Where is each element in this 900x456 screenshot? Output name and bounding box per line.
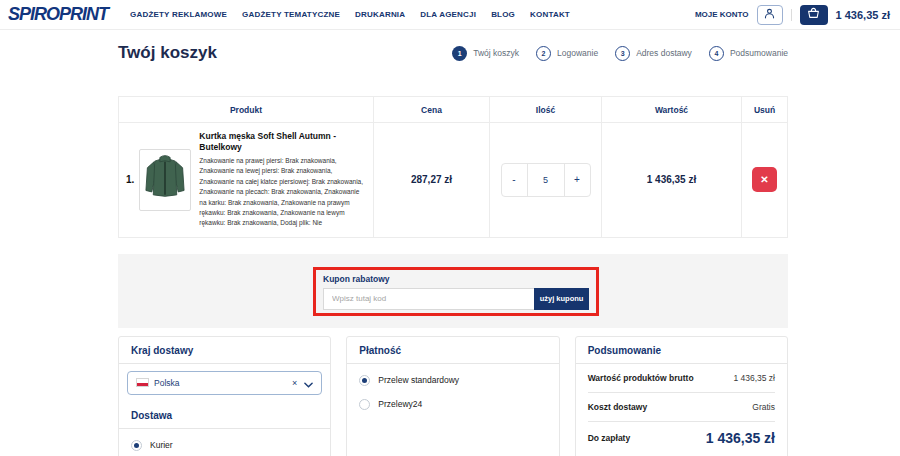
- qty-value[interactable]: 5: [527, 164, 565, 196]
- title-row: Twój koszyk 1 Twój koszyk 2 Logowanie 3 …: [118, 40, 788, 66]
- step-cart[interactable]: 1 Twój koszyk: [452, 46, 519, 61]
- remove-item-button[interactable]: ✕: [752, 167, 777, 192]
- step-summary: 4 Podsumowanie: [709, 46, 788, 61]
- summary-row-shipping: Koszt dostawy Gratis: [588, 393, 775, 422]
- nav-gadzety-reklamowe[interactable]: GADŻETY REKLAMOWE: [130, 10, 227, 19]
- main-nav: GADŻETY REKLAMOWE GADŻETY TEMATYCZNE DRU…: [130, 10, 570, 19]
- step-4-circle: 4: [709, 46, 724, 61]
- bottom-cards: Kraj dostawy Polska × Dostawa Kurier Odb…: [118, 336, 788, 456]
- nav-dla-agencji[interactable]: DLA AGENCJI: [420, 10, 476, 19]
- nav-blog[interactable]: BLOG: [491, 10, 515, 19]
- step-1-label: Twój koszyk: [473, 48, 519, 58]
- qty-minus-button[interactable]: -: [502, 164, 527, 196]
- coupon-title: Kupon rabatowy: [323, 274, 589, 284]
- step-2-circle: 2: [536, 46, 551, 61]
- nav-kontakt[interactable]: KONTAKT: [530, 10, 570, 19]
- product-details: Znakowanie na prawej piersi: Brak znakow…: [199, 156, 365, 229]
- cart-icon: [807, 7, 820, 22]
- payment-option-przelewy24[interactable]: Przelewy24: [359, 399, 546, 410]
- header-divider: [791, 9, 792, 21]
- coupon-highlight-box: Kupon rabatowy użyj kuponu: [313, 267, 599, 316]
- top-bar: SPIROPRINT GADŻETY REKLAMOWE GADŻETY TEM…: [0, 0, 900, 30]
- summary-title: Podsumowanie: [576, 337, 787, 364]
- cart-table: Produkt Cena Ilość Wartość Usuń 1.: [118, 96, 788, 238]
- cart-row: 1.: [119, 123, 787, 237]
- qty-plus-button[interactable]: +: [565, 164, 590, 196]
- shipping-card: Kraj dostawy Polska × Dostawa Kurier Odb…: [118, 336, 331, 456]
- delivery-options: Kurier Odbiór osobisty Paczkomaty: [119, 429, 330, 456]
- header-usun: Usuń: [741, 97, 787, 122]
- radio-icon[interactable]: [359, 399, 370, 410]
- line-total: 1 436,35 zł: [647, 174, 696, 185]
- header-produkt: Produkt: [119, 97, 373, 122]
- account-button[interactable]: [757, 5, 783, 25]
- country-select[interactable]: Polska ×: [127, 371, 322, 395]
- radio-selected-icon[interactable]: [131, 440, 142, 451]
- header-cena: Cena: [373, 97, 489, 122]
- product-name[interactable]: Kurtka męska Soft Shell Autumn - Butelko…: [199, 131, 365, 153]
- apply-coupon-button[interactable]: użyj kuponu: [534, 288, 589, 310]
- header-ilosc: Ilość: [489, 97, 601, 122]
- total-value: 1 436,35 zł: [706, 430, 775, 446]
- step-login: 2 Logowanie: [536, 46, 598, 61]
- step-3-circle: 3: [615, 46, 630, 61]
- chevron-down-icon[interactable]: [304, 374, 313, 392]
- unit-price: 287,27 zł: [411, 174, 452, 185]
- quantity-stepper: - 5 +: [501, 163, 591, 197]
- product-image[interactable]: [139, 149, 191, 211]
- coupon-band: Kupon rabatowy użyj kuponu: [118, 254, 788, 328]
- radio-selected-icon[interactable]: [359, 375, 370, 386]
- clear-country-icon[interactable]: ×: [292, 378, 297, 388]
- header-cart-total: 1 436,35 zł: [836, 9, 890, 21]
- logo[interactable]: SPIROPRINT: [8, 4, 108, 25]
- summary-card: Podsumowanie Wartość produktów brutto 1 …: [575, 336, 788, 456]
- payment-option-przelew-standardowy[interactable]: Przelew standardowy: [359, 375, 546, 386]
- step-2-label: Logowanie: [557, 48, 598, 58]
- coupon-form: użyj kuponu: [323, 288, 589, 310]
- summary-total-row: Do zapłaty 1 436,35 zł: [588, 422, 775, 454]
- shipping-cost-value: Gratis: [752, 402, 775, 412]
- nav-drukarnia[interactable]: DRUKARNIA: [355, 10, 405, 19]
- country-title: Kraj dostawy: [119, 337, 330, 364]
- step-1-circle: 1: [452, 46, 467, 61]
- payment-options: Przelew standardowy Przelewy24: [347, 364, 558, 421]
- step-address: 3 Adres dostawy: [615, 46, 692, 61]
- total-label: Do zapłaty: [588, 433, 631, 443]
- summary-row-gross: Wartość produktów brutto 1 436,35 zł: [588, 364, 775, 393]
- price-cell: 287,27 zł: [373, 123, 489, 237]
- delivery-title: Dostawa: [119, 402, 330, 429]
- header-right: MOJE KONTO 1 436,35 zł: [695, 5, 890, 25]
- step-4-label: Podsumowanie: [730, 48, 788, 58]
- payment-card: Płatność Przelew standardowy Przelewy24: [346, 336, 559, 456]
- delivery-option-kurier[interactable]: Kurier: [131, 440, 318, 451]
- nav-gadzety-tematyczne[interactable]: GADŻETY TEMATYCZNE: [242, 10, 340, 19]
- cart-button[interactable]: [800, 5, 828, 25]
- remove-cell: ✕: [741, 123, 787, 237]
- checkout-steps: 1 Twój koszyk 2 Logowanie 3 Adres dostaw…: [452, 46, 788, 61]
- product-info: Kurtka męska Soft Shell Autumn - Butelko…: [199, 131, 365, 229]
- row-index: 1.: [126, 174, 134, 185]
- qty-cell: - 5 +: [489, 123, 601, 237]
- gross-value: 1 436,35 zł: [733, 373, 775, 383]
- page-title: Twój koszyk: [118, 43, 217, 63]
- jacket-image: [143, 151, 187, 209]
- poland-flag-icon: [136, 378, 149, 387]
- payment-title: Płatność: [347, 337, 558, 364]
- value-cell: 1 436,35 zł: [601, 123, 741, 237]
- step-3-label: Adres dostawy: [636, 48, 692, 58]
- product-cell: 1.: [119, 123, 373, 237]
- cart-table-header: Produkt Cena Ilość Wartość Usuń: [119, 97, 787, 123]
- country-value: Polska: [154, 378, 292, 388]
- my-account-link[interactable]: MOJE KONTO: [695, 10, 749, 19]
- coupon-code-input[interactable]: [323, 288, 534, 310]
- header-wartosc: Wartość: [601, 97, 741, 122]
- user-icon: [763, 7, 776, 23]
